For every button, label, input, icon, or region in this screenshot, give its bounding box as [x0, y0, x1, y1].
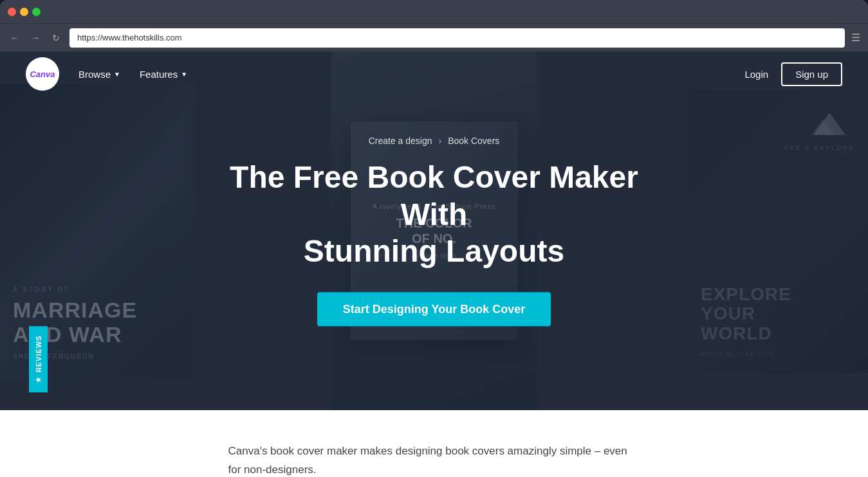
browse-chevron-icon: ▼: [114, 71, 120, 78]
address-bar[interactable]: https://www.thehotskills.com: [69, 28, 845, 48]
browse-label: Browse: [78, 69, 111, 80]
signup-button[interactable]: Sign up: [781, 62, 842, 86]
hero-section: A STORY OF MARRIAGE AND WAR SHELLY FERGU…: [0, 51, 868, 410]
reviews-tab-wrapper: ★ REVIEWS: [0, 231, 66, 249]
bottom-description: Canva's book cover maker makes designing…: [228, 442, 640, 477]
hero-title-line2: Stunning Layouts: [304, 234, 564, 268]
browser-menu-icon[interactable]: ☰: [851, 32, 860, 44]
browser-titlebar: [0, 0, 868, 23]
page-content: A STORY OF MARRIAGE AND WAR SHELLY FERGU…: [0, 51, 868, 477]
breadcrumb-current: Book Covers: [448, 136, 499, 146]
reviews-tab[interactable]: ★ REVIEWS: [29, 327, 48, 393]
browser-window: ← → ↻ https://www.thehotskills.com ☰ A S…: [0, 0, 868, 477]
breadcrumb-separator: ›: [439, 136, 442, 146]
traffic-light-yellow[interactable]: [20, 8, 28, 16]
url-text: https://www.thehotskills.com: [77, 33, 182, 42]
features-chevron-icon: ▼: [181, 71, 187, 78]
features-label: Features: [140, 69, 178, 80]
nav-browse[interactable]: Browse ▼: [78, 69, 120, 80]
breadcrumb-link[interactable]: Create a design: [369, 136, 432, 146]
traffic-light-green[interactable]: [32, 8, 41, 16]
reviews-label: REVIEWS: [35, 336, 42, 373]
canva-logo[interactable]: Canva: [26, 57, 59, 91]
refresh-button[interactable]: ↻: [49, 31, 63, 45]
hero-cta-button[interactable]: Start Designing Your Book Cover: [317, 292, 551, 326]
nav-features[interactable]: Features ▼: [140, 69, 187, 80]
hero-text-block: Create a design › Book Covers The Free B…: [209, 136, 660, 327]
traffic-light-red[interactable]: [8, 8, 16, 16]
browser-addressbar-row: ← → ↻ https://www.thehotskills.com ☰: [0, 23, 868, 51]
nav-links: Browse ▼ Features ▼: [78, 69, 187, 80]
traffic-lights: [8, 8, 41, 16]
navbar: Canva Browse ▼ Features ▼ Login Sign up: [0, 51, 868, 96]
forward-button[interactable]: →: [28, 31, 42, 45]
hero-title-line1: The Free Book Cover Maker With: [230, 160, 638, 231]
hero-title: The Free Book Cover Maker With Stunning …: [209, 159, 660, 270]
login-button[interactable]: Login: [744, 69, 768, 80]
reviews-star-icon: ★: [34, 376, 42, 383]
logo-text: Canva: [30, 69, 55, 79]
back-button[interactable]: ←: [8, 31, 22, 45]
breadcrumb: Create a design › Book Covers: [209, 136, 660, 146]
bottom-section: Canva's book cover maker makes designing…: [0, 410, 868, 477]
